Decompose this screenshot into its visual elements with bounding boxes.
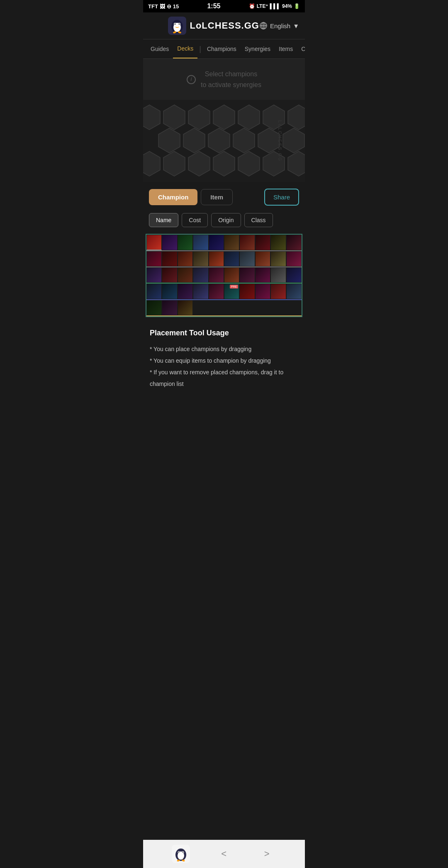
champion-cell[interactable] xyxy=(239,235,255,250)
champion-cell[interactable] xyxy=(286,284,302,299)
champion-cell[interactable] xyxy=(239,267,255,283)
synergy-text: Select champions to activate synergies xyxy=(201,69,261,90)
champion-cell[interactable] xyxy=(286,251,302,267)
share-button[interactable]: Share xyxy=(264,189,299,206)
hex-cell[interactable] xyxy=(163,150,186,177)
signal-text: LTE⁺ xyxy=(257,3,268,9)
nav-synergies[interactable]: Synergies xyxy=(241,40,275,58)
nav-decks[interactable]: Decks xyxy=(173,39,197,58)
champion-cell[interactable] xyxy=(162,300,177,315)
nav-items[interactable]: Items xyxy=(275,40,297,58)
champion-cell[interactable] xyxy=(270,284,286,299)
sort-class-button[interactable]: Class xyxy=(244,213,273,227)
logo-text: LoLCHESS.GG xyxy=(190,20,259,31)
champion-cell[interactable] xyxy=(209,235,224,250)
hex-cell[interactable] xyxy=(212,104,236,131)
champion-cell[interactable] xyxy=(255,251,270,267)
status-left: TFT 🖼 ⊖ 15 xyxy=(148,3,179,10)
champion-cell[interactable] xyxy=(162,251,177,267)
svg-marker-22 xyxy=(208,128,230,153)
status-icon-minus: ⊖ xyxy=(167,3,171,10)
champion-cell-pre[interactable]: PRE xyxy=(224,284,239,299)
champion-cell[interactable] xyxy=(146,284,162,299)
hex-cell[interactable] xyxy=(143,104,161,131)
champion-cell[interactable] xyxy=(255,267,270,283)
champion-cell[interactable] xyxy=(178,300,193,315)
status-icon-15: 15 xyxy=(173,3,179,10)
svg-point-5 xyxy=(175,24,176,25)
hex-cell[interactable] xyxy=(282,127,305,154)
sort-name-button[interactable]: Name xyxy=(149,213,178,227)
tab-group: Champion Item xyxy=(149,189,233,205)
champion-cell[interactable] xyxy=(193,267,208,283)
svg-marker-23 xyxy=(233,128,255,153)
champion-cell[interactable] xyxy=(146,251,162,267)
champ-row-1 xyxy=(146,235,302,251)
champion-cell[interactable] xyxy=(239,284,255,299)
hex-cell[interactable] xyxy=(257,127,280,154)
champion-tab[interactable]: Champion xyxy=(149,189,197,205)
hex-cell[interactable] xyxy=(212,150,236,177)
champion-cell[interactable] xyxy=(178,284,193,299)
hex-cell[interactable] xyxy=(287,104,305,131)
svg-marker-25 xyxy=(283,128,304,153)
placement-section: Placement Tool Usage * You can place cha… xyxy=(143,319,305,396)
language-selector[interactable]: English ▼ xyxy=(259,22,299,30)
placement-line-3: * If you want to remove placed champions… xyxy=(150,366,298,390)
champion-cell[interactable] xyxy=(209,267,224,283)
champion-cell[interactable] xyxy=(146,300,162,315)
svg-point-6 xyxy=(179,24,180,25)
champion-cell[interactable] xyxy=(193,251,208,267)
champion-cell[interactable] xyxy=(270,235,286,250)
hex-cell[interactable] xyxy=(158,127,181,154)
nav-cheat-sheet[interactable]: Cheat Sheet xyxy=(297,40,305,58)
svg-marker-13 xyxy=(143,105,160,130)
hex-cell[interactable] xyxy=(207,127,231,154)
sort-origin-button[interactable]: Origin xyxy=(211,213,241,227)
champion-cell[interactable] xyxy=(178,235,193,250)
nav-guides[interactable]: Guides xyxy=(146,40,173,58)
champion-cell[interactable] xyxy=(255,235,270,250)
champion-cell[interactable] xyxy=(224,267,239,283)
battery-text: 94% xyxy=(282,3,292,9)
champion-cell[interactable] xyxy=(209,251,224,267)
champion-cell[interactable] xyxy=(270,251,286,267)
champion-cell[interactable] xyxy=(224,235,239,250)
hex-cell[interactable] xyxy=(187,104,211,131)
hex-cell[interactable] xyxy=(163,104,186,131)
champion-cell[interactable] xyxy=(209,284,224,299)
logo[interactable]: LoLCHESS.GG xyxy=(168,17,259,35)
champion-cell[interactable] xyxy=(239,251,255,267)
champion-cell[interactable] xyxy=(162,284,177,299)
hex-cell[interactable] xyxy=(232,127,256,154)
hex-cell[interactable] xyxy=(183,127,206,154)
champion-cell[interactable] xyxy=(255,284,270,299)
champ-row-5 xyxy=(146,300,302,316)
champion-cell[interactable] xyxy=(286,267,302,283)
hex-cell[interactable] xyxy=(237,104,261,131)
champion-cell[interactable] xyxy=(162,235,177,250)
champion-cell[interactable] xyxy=(224,251,239,267)
champion-cell[interactable] xyxy=(178,251,193,267)
champion-cell[interactable] xyxy=(146,235,162,250)
hex-row-2 xyxy=(158,127,305,154)
globe-icon xyxy=(259,22,268,30)
hex-cell[interactable] xyxy=(237,150,261,177)
alarm-icon: ⏰ xyxy=(249,3,255,9)
hex-cell[interactable] xyxy=(143,150,161,177)
hex-cell[interactable] xyxy=(187,150,211,177)
item-tab[interactable]: Item xyxy=(201,189,233,205)
champion-cell[interactable] xyxy=(286,235,302,250)
champion-cell[interactable] xyxy=(270,267,286,283)
champion-cell[interactable] xyxy=(193,284,208,299)
champion-cell[interactable] xyxy=(193,235,208,250)
nav-champions[interactable]: Champions xyxy=(203,40,241,58)
champion-cell[interactable] xyxy=(162,267,177,283)
nav-divider-1: | xyxy=(197,45,203,53)
champion-cell[interactable] xyxy=(146,267,162,283)
hex-cell[interactable] xyxy=(287,150,305,177)
sort-cost-button[interactable]: Cost xyxy=(182,213,208,227)
status-bar: TFT 🖼 ⊖ 15 1:55 ⏰ LTE⁺ ▌▌▌ 94% 🔋 xyxy=(143,0,305,12)
champion-cell[interactable] xyxy=(178,267,193,283)
hex-board: LoLCHESS.GG xyxy=(143,100,305,182)
